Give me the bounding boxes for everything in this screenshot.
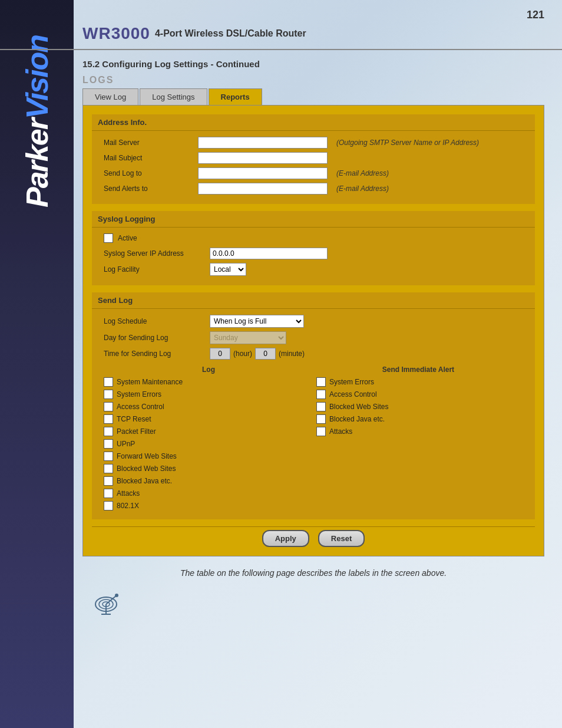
alert-blocked-java-label: Blocked Java etc.: [329, 415, 385, 423]
log-schedule-row: Log Schedule When Log is Full Hourly Dai…: [104, 315, 523, 328]
log-system-maintenance-checkbox[interactable]: [104, 377, 113, 387]
server-ip-input[interactable]: [210, 248, 328, 259]
send-log-section: Send Log Log Schedule When Log is Full H…: [92, 292, 535, 519]
log-system-errors-label: System Errors: [117, 390, 161, 398]
alert-blocked-java-checkbox[interactable]: [316, 414, 326, 424]
log-attacks-label: Attacks: [117, 489, 140, 498]
log-blocked-web-checkbox[interactable]: [104, 464, 113, 473]
mail-server-row: Mail Server (Outgoing SMTP Server Name o…: [104, 137, 523, 149]
log-facility-row: Log Facility Local Local0 Local1 Local2: [104, 263, 523, 276]
active-label: Active: [118, 234, 137, 242]
section-title: 15.2 Configuring Log Settings - Continue…: [82, 59, 544, 69]
server-ip-row: Syslog Server IP Address: [104, 248, 523, 259]
tabs-bar: View Log Log Settings Reports: [82, 88, 544, 105]
footer-text: The table on the following page describe…: [82, 568, 544, 578]
log-forward-web-label: Forward Web Sites: [117, 452, 177, 460]
satellite-dish-icon: [94, 589, 130, 616]
log-attacks-checkbox[interactable]: [104, 489, 113, 498]
logs-label: LOGS: [82, 75, 544, 85]
log-checkboxes-col: System Maintenance System Errors Access …: [104, 377, 310, 513]
alert-access-control-label: Access Control: [329, 390, 377, 398]
minute-unit-label: (minute): [279, 350, 305, 358]
alert-blocked-web-checkbox[interactable]: [316, 402, 326, 411]
log-facility-label: Log Facility: [104, 265, 210, 274]
log-upnp-label: UPnP: [117, 440, 135, 448]
reset-button[interactable]: Reset: [318, 530, 365, 547]
send-log-to-row: Send Log to (E-mail Address): [104, 167, 523, 179]
active-checkbox[interactable]: [104, 233, 113, 243]
list-item: Attacks: [316, 427, 523, 436]
log-tcp-reset-checkbox[interactable]: [104, 414, 113, 424]
send-log-to-hint: (E-mail Address): [336, 169, 389, 177]
send-alerts-to-label: Send Alerts to: [104, 185, 198, 193]
log-system-errors-checkbox[interactable]: [104, 390, 113, 399]
buttons-row: Apply Reset: [92, 526, 535, 547]
alert-system-errors-label: System Errors: [329, 378, 374, 386]
log-facility-select[interactable]: Local Local0 Local1 Local2: [210, 263, 246, 276]
list-item: Packet Filter: [104, 427, 310, 436]
svg-point-4: [115, 594, 118, 597]
tab-reports[interactable]: Reports: [209, 88, 262, 105]
alert-system-errors-checkbox[interactable]: [316, 377, 326, 387]
list-item: Forward Web Sites: [104, 452, 310, 461]
address-info-header: Address Info.: [92, 114, 535, 131]
log-upnp-checkbox[interactable]: [104, 439, 113, 449]
list-item: System Errors: [316, 377, 523, 387]
syslog-section: Syslog Logging Active Syslog Server IP A…: [92, 211, 535, 285]
send-log-to-label: Send Log to: [104, 169, 198, 177]
list-item: Access Control: [104, 402, 310, 411]
mail-subject-label: Mail Subject: [104, 154, 198, 162]
alert-attacks-checkbox[interactable]: [316, 427, 326, 436]
log-access-control-label: Access Control: [117, 403, 164, 411]
list-item: TCP Reset: [104, 414, 310, 424]
list-item: Access Control: [316, 390, 523, 399]
active-row: Active: [104, 233, 523, 243]
time-sending-row: Time for Sending Log (hour) (minute): [104, 348, 523, 360]
day-sending-row: Day for Sending Log Sunday Monday Tuesda…: [104, 331, 523, 344]
log-access-control-checkbox[interactable]: [104, 402, 113, 411]
syslog-header: Syslog Logging: [92, 211, 535, 228]
log-802-1x-checkbox[interactable]: [104, 501, 113, 510]
page-header: WR3000 4-Port Wireless DSL/Cable Router: [0, 24, 562, 50]
alert-checkboxes-col: System Errors Access Control Blocked Web…: [316, 377, 523, 513]
list-item: System Maintenance: [104, 377, 310, 387]
alert-access-control-checkbox[interactable]: [316, 390, 326, 399]
send-alerts-to-row: Send Alerts to (E-mail Address): [104, 183, 523, 195]
log-blocked-java-checkbox[interactable]: [104, 476, 113, 486]
log-table-header: Log Send Immediate Alert: [104, 365, 523, 374]
apply-button[interactable]: Apply: [262, 530, 309, 547]
product-model: WR3000: [82, 24, 150, 43]
hour-input[interactable]: [210, 348, 230, 360]
send-log-header: Send Log: [92, 292, 535, 309]
list-item: Blocked Web Sites: [316, 402, 523, 411]
hour-unit-label: (hour): [233, 350, 252, 358]
address-info-section: Address Info. Mail Server (Outgoing SMTP…: [92, 114, 535, 204]
log-packet-filter-checkbox[interactable]: [104, 427, 113, 436]
list-item: System Errors: [104, 390, 310, 399]
main-panel: Address Info. Mail Server (Outgoing SMTP…: [82, 105, 544, 556]
minute-input[interactable]: [255, 348, 276, 360]
time-sending-label: Time for Sending Log: [104, 350, 210, 358]
send-log-to-input[interactable]: [198, 167, 328, 179]
mail-server-label: Mail Server: [104, 139, 198, 147]
log-blocked-web-label: Blocked Web Sites: [117, 465, 176, 473]
alert-col-header: Send Immediate Alert: [313, 365, 523, 374]
send-alerts-to-input[interactable]: [198, 183, 328, 195]
mail-server-input[interactable]: [198, 137, 328, 149]
log-forward-web-checkbox[interactable]: [104, 452, 113, 461]
tab-log-settings[interactable]: Log Settings: [140, 88, 207, 105]
alert-attacks-label: Attacks: [329, 427, 352, 436]
list-item: Blocked Java etc.: [316, 414, 523, 424]
day-sending-select[interactable]: Sunday Monday Tuesday: [210, 331, 286, 344]
tab-view-log[interactable]: View Log: [82, 88, 138, 105]
log-packet-filter-label: Packet Filter: [117, 427, 156, 436]
list-item: Blocked Web Sites: [104, 464, 310, 473]
log-schedule-select[interactable]: When Log is Full Hourly Daily Weekly: [210, 315, 304, 328]
log-schedule-label: Log Schedule: [104, 317, 210, 325]
list-item: 802.1X: [104, 501, 310, 510]
log-col-header: Log: [104, 365, 313, 374]
log-table: Log Send Immediate Alert System Maintena…: [104, 365, 523, 513]
mail-subject-input[interactable]: [198, 152, 328, 164]
day-sending-label: Day for Sending Log: [104, 334, 210, 342]
log-blocked-java-label: Blocked Java etc.: [117, 477, 172, 485]
